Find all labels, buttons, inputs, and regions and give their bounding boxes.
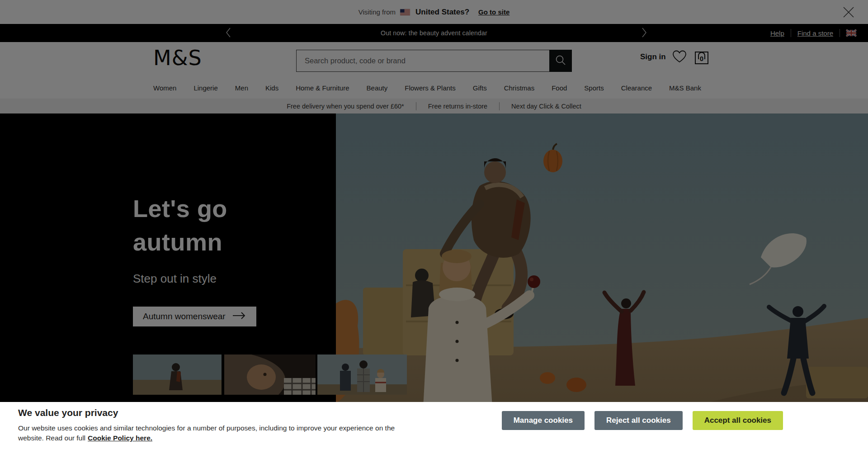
manage-cookies-button[interactable]: Manage cookies xyxy=(502,411,585,430)
cookie-banner-body: Our website uses cookies and similar tec… xyxy=(18,423,395,443)
cookie-actions: Manage cookies Reject all cookies Accept… xyxy=(502,411,783,430)
accept-all-cookies-button[interactable]: Accept all cookies xyxy=(693,411,783,430)
reject-all-cookies-button[interactable]: Reject all cookies xyxy=(594,411,683,430)
cookie-body-line1: Our website uses cookies and similar tec… xyxy=(18,424,395,432)
cookie-banner: We value your privacy Our website uses c… xyxy=(0,402,868,449)
page: Visiting from United States? Go to site … xyxy=(0,0,868,449)
page-dim-overlay xyxy=(0,0,868,449)
cookie-body-line2: website. Read our full xyxy=(18,434,85,442)
cookie-policy-link[interactable]: Cookie Policy here. xyxy=(88,434,152,442)
cookie-banner-title: We value your privacy xyxy=(18,407,118,418)
